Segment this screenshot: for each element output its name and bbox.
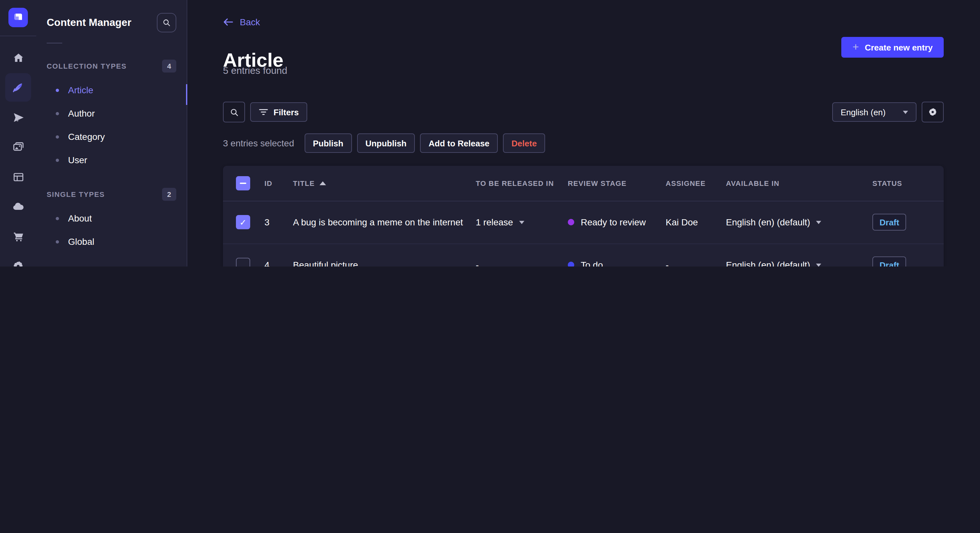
locale-select[interactable]: English (en) xyxy=(832,102,916,122)
plus-icon: + xyxy=(853,41,859,52)
selection-summary: 3 entries selected xyxy=(223,138,294,148)
table-header-row: ID TITLE TO BE RELEASED IN REVIEW STAGE … xyxy=(223,166,944,201)
home-icon[interactable] xyxy=(5,43,31,72)
app-window: KD Content Manager COLLECTION TYPES 4 Ar… xyxy=(0,0,980,266)
strapi-logo[interactable] xyxy=(8,8,28,27)
cell-review-stage: To do xyxy=(568,260,666,266)
cell-release-dropdown[interactable]: - xyxy=(476,260,568,266)
sidebar-item-user[interactable]: User xyxy=(36,148,187,171)
content-manager-feather-icon[interactable] xyxy=(5,73,31,102)
column-header-assignee[interactable]: ASSIGNEE xyxy=(666,179,726,187)
cell-assignee: Kai Doe xyxy=(666,217,726,228)
cell-title: A bug is becoming a meme on the internet xyxy=(293,217,476,228)
unpublish-button[interactable]: Unpublish xyxy=(357,133,415,153)
delete-button[interactable]: Delete xyxy=(503,133,545,153)
single-types-label: SINGLE TYPES xyxy=(47,190,105,198)
entries-table: ID TITLE TO BE RELEASED IN REVIEW STAGE … xyxy=(223,166,944,266)
review-stage-dot xyxy=(568,219,574,226)
column-header-review-stage[interactable]: REVIEW STAGE xyxy=(568,179,666,187)
search-icon xyxy=(229,107,239,117)
create-new-entry-button[interactable]: + Create new entry xyxy=(842,37,944,58)
cell-assignee: - xyxy=(666,260,726,266)
bullet-icon xyxy=(56,159,59,162)
cell-title: Beautiful picture xyxy=(293,260,476,266)
sidebar-item-article[interactable]: Article xyxy=(36,78,187,102)
list-toolbar: Filters English (en) xyxy=(223,102,944,122)
releases-paper-plane-icon[interactable] xyxy=(5,103,31,132)
gear-icon xyxy=(928,107,938,117)
row-checkbox[interactable]: ✓ xyxy=(236,215,250,230)
bullet-icon xyxy=(56,89,59,92)
search-icon xyxy=(162,18,171,27)
add-to-release-button[interactable]: Add to Release xyxy=(420,133,498,153)
chevron-down-icon xyxy=(903,110,908,114)
back-link[interactable]: Back xyxy=(223,17,260,27)
media-library-icon[interactable] xyxy=(5,133,31,161)
cell-review-stage: Ready to review xyxy=(568,217,666,228)
sidebar-search-button[interactable] xyxy=(157,13,176,32)
main-content: Back Article 5 entries found + Create ne… xyxy=(187,0,980,266)
select-all-checkbox[interactable] xyxy=(236,176,250,190)
table-row[interactable]: ✓ 3 A bug is becoming a meme on the inte… xyxy=(223,201,944,244)
column-header-release[interactable]: TO BE RELEASED IN xyxy=(476,179,568,187)
sidebar-item-author[interactable]: Author xyxy=(36,102,187,125)
selection-bar: 3 entries selected Publish Unpublish Add… xyxy=(223,133,545,154)
bullet-icon xyxy=(56,112,59,115)
collection-types-label: COLLECTION TYPES xyxy=(47,62,127,70)
settings-gear-icon[interactable] xyxy=(5,252,31,266)
back-arrow-icon xyxy=(223,17,233,27)
status-badge: Draft xyxy=(872,257,907,266)
filter-icon xyxy=(259,108,268,116)
cell-release-dropdown[interactable]: 1 release xyxy=(476,217,568,228)
bullet-icon xyxy=(56,135,59,138)
entries-count: 5 entries found xyxy=(223,65,288,76)
filters-button[interactable]: Filters xyxy=(250,102,307,122)
sort-asc-icon xyxy=(319,181,326,185)
cloud-icon[interactable] xyxy=(5,192,31,221)
collection-types-count-badge: 4 xyxy=(162,60,176,73)
search-entries-button[interactable] xyxy=(223,102,245,122)
status-badge: Draft xyxy=(872,214,907,231)
sidebar-item-global[interactable]: Global xyxy=(36,230,187,253)
rail-divider xyxy=(0,36,36,36)
cell-id: 3 xyxy=(264,217,293,228)
single-types-count-badge: 2 xyxy=(162,188,176,201)
bullet-icon xyxy=(56,240,59,243)
cell-available-in-dropdown[interactable]: English (en) (default) xyxy=(726,260,872,266)
column-header-status[interactable]: STATUS xyxy=(872,179,931,187)
view-settings-button[interactable] xyxy=(922,102,944,122)
publish-button[interactable]: Publish xyxy=(304,133,352,153)
strapi-logo-glyph xyxy=(12,12,24,23)
sidebar-item-about[interactable]: About xyxy=(36,206,187,230)
icon-rail: KD xyxy=(0,0,37,266)
chevron-down-icon xyxy=(816,263,821,266)
cell-id: 4 xyxy=(264,260,293,266)
sidebar-title: Content Manager xyxy=(47,17,131,29)
chevron-down-icon xyxy=(519,221,524,224)
section-single-types: SINGLE TYPES 2 About Global xyxy=(36,186,187,253)
chevron-down-icon xyxy=(816,221,821,224)
content-manager-sidebar: Content Manager COLLECTION TYPES 4 Artic… xyxy=(36,0,187,266)
review-stage-dot xyxy=(568,262,574,266)
sidebar-item-category[interactable]: Category xyxy=(36,125,187,148)
bullet-icon xyxy=(56,217,59,220)
sidebar-rule xyxy=(47,43,62,43)
section-collection-types: COLLECTION TYPES 4 Article Author Catego… xyxy=(36,58,187,171)
cart-icon[interactable] xyxy=(5,222,31,251)
column-header-id[interactable]: ID xyxy=(264,179,293,187)
cell-available-in-dropdown[interactable]: English (en) (default) xyxy=(726,217,872,228)
column-header-title[interactable]: TITLE xyxy=(293,179,476,187)
content-type-builder-icon[interactable] xyxy=(5,163,31,191)
table-row[interactable]: ✓ 4 Beautiful picture - To do - English … xyxy=(223,244,944,266)
column-header-available-in[interactable]: AVAILABLE IN xyxy=(726,179,872,187)
row-checkbox[interactable]: ✓ xyxy=(236,258,250,266)
